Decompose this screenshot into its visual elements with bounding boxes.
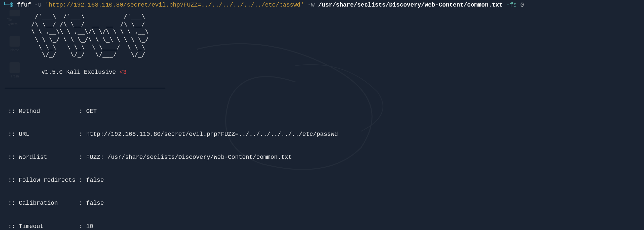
config-calibration: :: Calibration : false (5, 199, 641, 207)
command-prompt-line: └─$ ffuf -u 'http://192.168.110.80/secre… (3, 1, 641, 9)
ffuf-ascii-logo: /'___\ /'___\ /'___\ /\ \__/ /\ \__/ __ … (21, 12, 641, 58)
flag-u: -u (34, 1, 42, 9)
config-url: :: URL : http://192.168.110.80/secret/ev… (5, 131, 641, 138)
config-timeout: :: Timeout : 10 (5, 223, 641, 230)
config-follow-redirects: :: Follow redirects : false (5, 177, 641, 184)
config-wordlist: :: Wordlist : FUZZ: /usr/share/seclists/… (5, 154, 641, 161)
heart-icon: <3 (119, 69, 127, 75)
version-line: v1.5.0 Kali Exclusive <3 (27, 61, 641, 84)
config-table: :: Method : GET :: URL : http://192.168.… (5, 92, 641, 230)
divider-top (5, 88, 165, 88)
prompt-dollar: $ (10, 1, 13, 9)
version-text: v1.5.0 Kali Exclusive (41, 69, 119, 75)
flag-w: -w (308, 1, 315, 9)
prompt-tree-icon: └─ (3, 1, 10, 9)
wordlist-path: /usr/share/seclists/Discovery/Web-Conten… (318, 1, 503, 9)
command-name: ffuf (17, 1, 31, 9)
flag-fs: -fs (506, 1, 517, 9)
config-method: :: Method : GET (5, 108, 641, 115)
fs-value: 0 (520, 1, 524, 9)
url-argument: 'http://192.168.110.80/secret/evil.php?F… (45, 1, 304, 9)
terminal-output[interactable]: └─$ ffuf -u 'http://192.168.110.80/secre… (0, 0, 644, 230)
